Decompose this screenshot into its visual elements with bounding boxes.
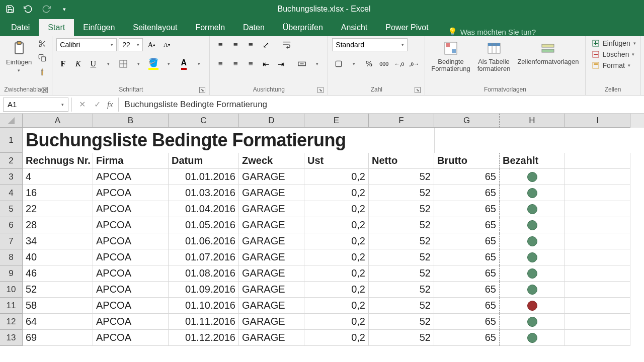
cell[interactable]: APCOA (93, 265, 169, 282)
cell[interactable] (565, 201, 630, 217)
clipboard-dialog-launcher[interactable]: ⬊ (42, 87, 48, 93)
cell[interactable] (500, 185, 565, 201)
cell[interactable] (500, 298, 565, 314)
cell[interactable]: 52 (369, 217, 434, 233)
empty-cell[interactable] (500, 128, 565, 153)
align-right-button[interactable]: ≡ (244, 57, 257, 70)
row-header[interactable]: 6 (0, 217, 23, 233)
cell[interactable]: 01.08.2016 (169, 265, 239, 282)
insert-cells-button[interactable]: Einfügen▾ (590, 38, 638, 48)
cell[interactable]: GARAGE (239, 169, 304, 185)
customize-qat-button[interactable]: ▾ (58, 3, 70, 15)
cell[interactable]: 65 (434, 185, 500, 201)
cell[interactable]: 01.12.2016 (169, 330, 239, 346)
cell[interactable]: Netto (369, 153, 434, 169)
accounting-format-button[interactable] (332, 57, 345, 70)
cell[interactable] (565, 169, 630, 185)
underline-button[interactable]: U (87, 57, 100, 70)
cell[interactable]: 46 (23, 265, 93, 282)
empty-cell[interactable] (434, 128, 500, 153)
cell[interactable]: 22 (23, 201, 93, 217)
col-header-g[interactable]: G (434, 114, 500, 128)
cell[interactable]: Brutto (434, 153, 500, 169)
cell[interactable]: GARAGE (239, 233, 304, 249)
cell[interactable]: 01.04.2016 (169, 201, 239, 217)
number-format-select[interactable]: Standard▾ (332, 38, 408, 51)
cell[interactable]: 58 (23, 298, 93, 314)
cell[interactable]: 01.09.2016 (169, 282, 239, 298)
cell-styles-button[interactable]: Zellenformatvorlagen (515, 38, 581, 67)
row-header[interactable]: 10 (0, 282, 23, 298)
cell[interactable]: GARAGE (239, 314, 304, 330)
delete-cells-button[interactable]: Löschen▾ (590, 49, 637, 59)
cell[interactable]: 69 (23, 330, 93, 346)
cell[interactable]: Rechnugs Nr. (23, 153, 93, 169)
conditional-format-button[interactable]: Bedingte Formatierung (429, 38, 472, 75)
cell[interactable]: APCOA (93, 201, 169, 217)
col-header-d[interactable]: D (239, 114, 304, 128)
cell[interactable]: 65 (434, 233, 500, 249)
cell[interactable]: 0,2 (304, 185, 369, 201)
comma-format-button[interactable]: 000 (377, 57, 390, 70)
cell[interactable]: 52 (369, 330, 434, 346)
font-color-dropdown[interactable]: ▾ (192, 57, 205, 70)
cell[interactable]: 65 (434, 169, 500, 185)
cell[interactable] (500, 233, 565, 249)
tab-ansicht[interactable]: Ansicht (332, 19, 376, 36)
align-left-button[interactable]: ≡ (214, 57, 227, 70)
number-dialog-launcher[interactable]: ⬊ (415, 87, 421, 93)
col-header-h[interactable]: H (500, 114, 565, 128)
cell[interactable]: 52 (369, 201, 434, 217)
cell[interactable]: 65 (434, 201, 500, 217)
cell[interactable]: 52 (369, 249, 434, 265)
cell[interactable]: 01.05.2016 (169, 217, 239, 233)
cell[interactable]: Ust (304, 153, 369, 169)
cell[interactable] (565, 314, 630, 330)
cell[interactable]: 34 (23, 233, 93, 249)
row-header[interactable]: 13 (0, 330, 23, 346)
enter-formula-button[interactable]: ✓ (92, 100, 102, 109)
increase-font-button[interactable]: A▴ (145, 38, 158, 51)
col-header-b[interactable]: B (93, 114, 169, 128)
tab-formeln[interactable]: Formeln (186, 19, 234, 36)
cut-button[interactable] (37, 38, 48, 49)
cell[interactable]: Datum (169, 153, 239, 169)
cell[interactable]: 52 (369, 298, 434, 314)
cell[interactable]: GARAGE (239, 201, 304, 217)
cell[interactable]: GARAGE (239, 217, 304, 233)
cell[interactable]: 4 (23, 169, 93, 185)
decrease-decimal-button[interactable]: ,0→ (408, 57, 421, 70)
cell[interactable]: 52 (369, 185, 434, 201)
underline-dropdown[interactable]: ▾ (102, 57, 115, 70)
cell[interactable] (565, 185, 630, 201)
cell[interactable]: 0,2 (304, 249, 369, 265)
col-header-f[interactable]: F (369, 114, 434, 128)
col-header-e[interactable]: E (304, 114, 369, 128)
cell[interactable]: APCOA (93, 233, 169, 249)
cell[interactable]: 65 (434, 249, 500, 265)
cell[interactable] (565, 282, 630, 298)
cell[interactable]: Bezahlt (500, 153, 565, 169)
cell[interactable]: GARAGE (239, 282, 304, 298)
percent-format-button[interactable]: % (362, 57, 375, 70)
cell[interactable]: 65 (434, 330, 500, 346)
alignment-dialog-launcher[interactable]: ⬊ (317, 87, 324, 93)
cell[interactable]: 0,2 (304, 282, 369, 298)
cell[interactable] (565, 153, 630, 169)
tab-powerpivot[interactable]: Power Pivot (376, 19, 437, 36)
cell[interactable] (565, 298, 630, 314)
cell[interactable]: GARAGE (239, 330, 304, 346)
cell[interactable] (500, 314, 565, 330)
col-header-a[interactable]: A (23, 114, 93, 128)
wrap-text-button[interactable] (280, 38, 293, 51)
cell[interactable]: 65 (434, 217, 500, 233)
tab-einfuegen[interactable]: Einfügen (74, 19, 124, 36)
select-all-corner[interactable] (0, 114, 23, 128)
font-dialog-launcher[interactable]: ⬊ (199, 87, 205, 93)
cell[interactable] (500, 201, 565, 217)
bold-button[interactable]: F (56, 57, 69, 70)
fill-color-dropdown[interactable]: ▾ (162, 57, 175, 70)
cell[interactable]: 65 (434, 282, 500, 298)
tab-datei[interactable]: Datei (2, 19, 39, 36)
cancel-formula-button[interactable]: ✕ (77, 100, 87, 109)
